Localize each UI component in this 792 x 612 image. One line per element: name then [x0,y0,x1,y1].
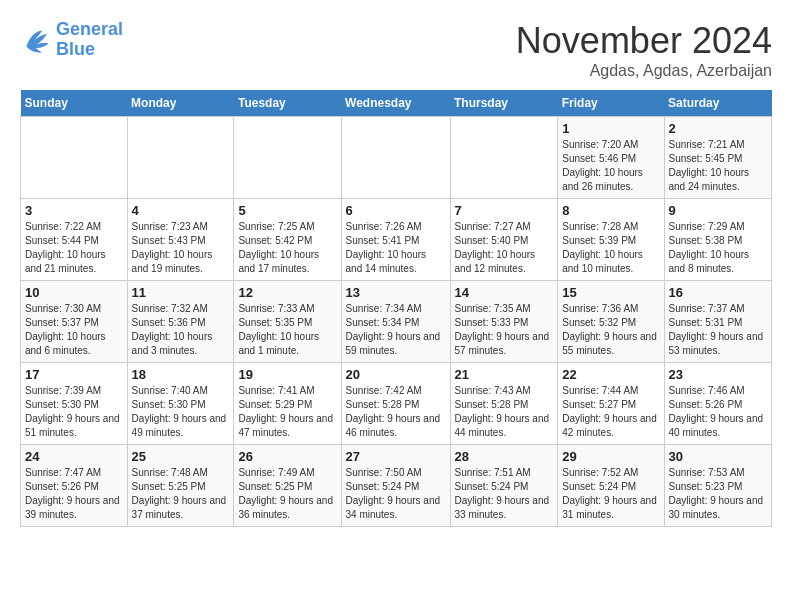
calendar-cell [21,117,128,199]
calendar-header-thursday: Thursday [450,90,558,117]
day-number: 21 [455,367,554,382]
calendar-cell: 11Sunrise: 7:32 AM Sunset: 5:36 PM Dayli… [127,281,234,363]
location-title: Agdas, Agdas, Azerbaijan [516,62,772,80]
calendar-cell: 2Sunrise: 7:21 AM Sunset: 5:45 PM Daylig… [664,117,772,199]
calendar-week-2: 3Sunrise: 7:22 AM Sunset: 5:44 PM Daylig… [21,199,772,281]
calendar-body: 1Sunrise: 7:20 AM Sunset: 5:46 PM Daylig… [21,117,772,527]
day-number: 26 [238,449,336,464]
day-info: Sunrise: 7:25 AM Sunset: 5:42 PM Dayligh… [238,220,336,276]
calendar-week-1: 1Sunrise: 7:20 AM Sunset: 5:46 PM Daylig… [21,117,772,199]
calendar-cell: 19Sunrise: 7:41 AM Sunset: 5:29 PM Dayli… [234,363,341,445]
day-info: Sunrise: 7:51 AM Sunset: 5:24 PM Dayligh… [455,466,554,522]
day-number: 18 [132,367,230,382]
calendar-header-row: SundayMondayTuesdayWednesdayThursdayFrid… [21,90,772,117]
calendar-cell: 26Sunrise: 7:49 AM Sunset: 5:25 PM Dayli… [234,445,341,527]
day-info: Sunrise: 7:43 AM Sunset: 5:28 PM Dayligh… [455,384,554,440]
calendar-cell: 14Sunrise: 7:35 AM Sunset: 5:33 PM Dayli… [450,281,558,363]
calendar-cell: 17Sunrise: 7:39 AM Sunset: 5:30 PM Dayli… [21,363,128,445]
day-info: Sunrise: 7:28 AM Sunset: 5:39 PM Dayligh… [562,220,659,276]
day-number: 30 [669,449,768,464]
day-number: 1 [562,121,659,136]
calendar-cell: 9Sunrise: 7:29 AM Sunset: 5:38 PM Daylig… [664,199,772,281]
calendar-header-tuesday: Tuesday [234,90,341,117]
calendar-cell: 28Sunrise: 7:51 AM Sunset: 5:24 PM Dayli… [450,445,558,527]
day-number: 11 [132,285,230,300]
calendar-cell: 1Sunrise: 7:20 AM Sunset: 5:46 PM Daylig… [558,117,664,199]
day-info: Sunrise: 7:35 AM Sunset: 5:33 PM Dayligh… [455,302,554,358]
day-number: 22 [562,367,659,382]
calendar-table: SundayMondayTuesdayWednesdayThursdayFrid… [20,90,772,527]
day-number: 29 [562,449,659,464]
calendar-cell: 7Sunrise: 7:27 AM Sunset: 5:40 PM Daylig… [450,199,558,281]
day-number: 7 [455,203,554,218]
day-number: 24 [25,449,123,464]
calendar-cell: 30Sunrise: 7:53 AM Sunset: 5:23 PM Dayli… [664,445,772,527]
logo-text-general: General Blue [56,20,123,60]
day-info: Sunrise: 7:30 AM Sunset: 5:37 PM Dayligh… [25,302,123,358]
day-info: Sunrise: 7:48 AM Sunset: 5:25 PM Dayligh… [132,466,230,522]
calendar-cell: 21Sunrise: 7:43 AM Sunset: 5:28 PM Dayli… [450,363,558,445]
logo: General Blue [20,20,123,60]
day-info: Sunrise: 7:23 AM Sunset: 5:43 PM Dayligh… [132,220,230,276]
calendar-cell: 10Sunrise: 7:30 AM Sunset: 5:37 PM Dayli… [21,281,128,363]
day-info: Sunrise: 7:22 AM Sunset: 5:44 PM Dayligh… [25,220,123,276]
day-info: Sunrise: 7:50 AM Sunset: 5:24 PM Dayligh… [346,466,446,522]
calendar-cell: 13Sunrise: 7:34 AM Sunset: 5:34 PM Dayli… [341,281,450,363]
calendar-cell: 22Sunrise: 7:44 AM Sunset: 5:27 PM Dayli… [558,363,664,445]
title-section: November 2024 Agdas, Agdas, Azerbaijan [516,20,772,80]
day-number: 17 [25,367,123,382]
day-number: 3 [25,203,123,218]
calendar-header-monday: Monday [127,90,234,117]
calendar-week-3: 10Sunrise: 7:30 AM Sunset: 5:37 PM Dayli… [21,281,772,363]
day-info: Sunrise: 7:20 AM Sunset: 5:46 PM Dayligh… [562,138,659,194]
day-info: Sunrise: 7:21 AM Sunset: 5:45 PM Dayligh… [669,138,768,194]
calendar-cell: 27Sunrise: 7:50 AM Sunset: 5:24 PM Dayli… [341,445,450,527]
calendar-cell [450,117,558,199]
calendar-cell: 6Sunrise: 7:26 AM Sunset: 5:41 PM Daylig… [341,199,450,281]
day-number: 4 [132,203,230,218]
day-info: Sunrise: 7:39 AM Sunset: 5:30 PM Dayligh… [25,384,123,440]
day-number: 10 [25,285,123,300]
calendar-cell: 24Sunrise: 7:47 AM Sunset: 5:26 PM Dayli… [21,445,128,527]
day-info: Sunrise: 7:52 AM Sunset: 5:24 PM Dayligh… [562,466,659,522]
day-info: Sunrise: 7:33 AM Sunset: 5:35 PM Dayligh… [238,302,336,358]
day-number: 5 [238,203,336,218]
day-number: 6 [346,203,446,218]
calendar-cell: 8Sunrise: 7:28 AM Sunset: 5:39 PM Daylig… [558,199,664,281]
calendar-cell [234,117,341,199]
calendar-week-4: 17Sunrise: 7:39 AM Sunset: 5:30 PM Dayli… [21,363,772,445]
day-number: 20 [346,367,446,382]
day-info: Sunrise: 7:34 AM Sunset: 5:34 PM Dayligh… [346,302,446,358]
calendar-header-friday: Friday [558,90,664,117]
day-number: 13 [346,285,446,300]
calendar-cell: 20Sunrise: 7:42 AM Sunset: 5:28 PM Dayli… [341,363,450,445]
day-info: Sunrise: 7:26 AM Sunset: 5:41 PM Dayligh… [346,220,446,276]
day-number: 19 [238,367,336,382]
day-info: Sunrise: 7:44 AM Sunset: 5:27 PM Dayligh… [562,384,659,440]
calendar-cell: 12Sunrise: 7:33 AM Sunset: 5:35 PM Dayli… [234,281,341,363]
calendar-cell [341,117,450,199]
calendar-cell: 16Sunrise: 7:37 AM Sunset: 5:31 PM Dayli… [664,281,772,363]
day-info: Sunrise: 7:47 AM Sunset: 5:26 PM Dayligh… [25,466,123,522]
calendar-cell: 4Sunrise: 7:23 AM Sunset: 5:43 PM Daylig… [127,199,234,281]
day-info: Sunrise: 7:41 AM Sunset: 5:29 PM Dayligh… [238,384,336,440]
calendar-cell: 29Sunrise: 7:52 AM Sunset: 5:24 PM Dayli… [558,445,664,527]
calendar-header-sunday: Sunday [21,90,128,117]
calendar-cell [127,117,234,199]
day-info: Sunrise: 7:42 AM Sunset: 5:28 PM Dayligh… [346,384,446,440]
day-info: Sunrise: 7:36 AM Sunset: 5:32 PM Dayligh… [562,302,659,358]
calendar-cell: 18Sunrise: 7:40 AM Sunset: 5:30 PM Dayli… [127,363,234,445]
day-info: Sunrise: 7:49 AM Sunset: 5:25 PM Dayligh… [238,466,336,522]
day-number: 27 [346,449,446,464]
calendar-cell: 25Sunrise: 7:48 AM Sunset: 5:25 PM Dayli… [127,445,234,527]
day-number: 14 [455,285,554,300]
day-number: 25 [132,449,230,464]
day-info: Sunrise: 7:46 AM Sunset: 5:26 PM Dayligh… [669,384,768,440]
calendar-header-wednesday: Wednesday [341,90,450,117]
day-number: 2 [669,121,768,136]
day-number: 9 [669,203,768,218]
day-info: Sunrise: 7:40 AM Sunset: 5:30 PM Dayligh… [132,384,230,440]
calendar-cell: 15Sunrise: 7:36 AM Sunset: 5:32 PM Dayli… [558,281,664,363]
day-number: 8 [562,203,659,218]
logo-icon [20,24,52,56]
